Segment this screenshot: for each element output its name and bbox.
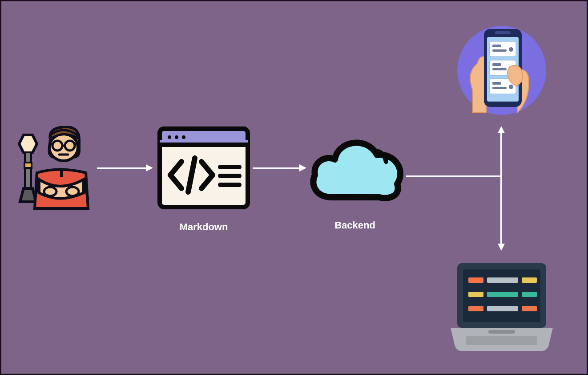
svg-rect-33: [492, 63, 501, 66]
svg-point-9: [66, 187, 79, 196]
arrow-author-markdown: [97, 167, 146, 169]
laptop-node: [446, 260, 557, 353]
svg-rect-37: [492, 87, 507, 89]
arrow-branch-laptop-head: [498, 244, 505, 251]
svg-point-21: [335, 195, 339, 200]
svg-rect-44: [468, 292, 483, 297]
svg-point-22: [343, 195, 347, 200]
svg-rect-26: [495, 31, 511, 34]
author-node: [10, 126, 90, 215]
cloud-icon: [306, 135, 406, 206]
svg-rect-41: [468, 277, 483, 283]
svg-rect-51: [466, 336, 537, 345]
svg-rect-48: [487, 306, 518, 311]
svg-point-16: [182, 135, 185, 139]
backend-label: Backend: [328, 220, 382, 231]
svg-line-5: [49, 143, 52, 145]
svg-rect-36: [492, 82, 501, 85]
connector-backend-branch: [406, 175, 502, 177]
svg-point-32: [509, 47, 513, 52]
svg-rect-49: [522, 306, 537, 311]
svg-rect-47: [468, 306, 483, 311]
svg-rect-42: [487, 277, 518, 283]
svg-rect-0: [24, 163, 32, 168]
backend-node: [306, 135, 406, 206]
arrow-author-markdown-head: [146, 164, 153, 171]
code-window-icon: [157, 126, 250, 211]
hand-phone-icon: [455, 24, 548, 117]
svg-rect-43: [522, 277, 537, 283]
arrow-markdown-backend-head: [299, 164, 306, 171]
svg-rect-34: [492, 68, 507, 70]
svg-point-14: [168, 135, 171, 139]
svg-rect-45: [487, 292, 518, 297]
markdown-label: Markdown: [173, 221, 235, 233]
svg-line-6: [75, 143, 78, 145]
svg-point-38: [509, 85, 513, 89]
svg-rect-30: [492, 45, 501, 47]
author-icon: [10, 126, 90, 215]
connector-branch-vertical: [500, 133, 502, 244]
mobile-node: [455, 24, 548, 117]
svg-point-8: [44, 187, 56, 196]
svg-rect-31: [492, 49, 507, 52]
arrow-markdown-backend: [253, 167, 299, 169]
laptop-code-icon: [446, 260, 557, 353]
svg-rect-50: [488, 330, 515, 334]
arrow-branch-mobile-head: [498, 126, 505, 133]
markdown-node: [157, 126, 250, 211]
svg-point-15: [175, 135, 178, 139]
svg-rect-46: [522, 292, 537, 297]
